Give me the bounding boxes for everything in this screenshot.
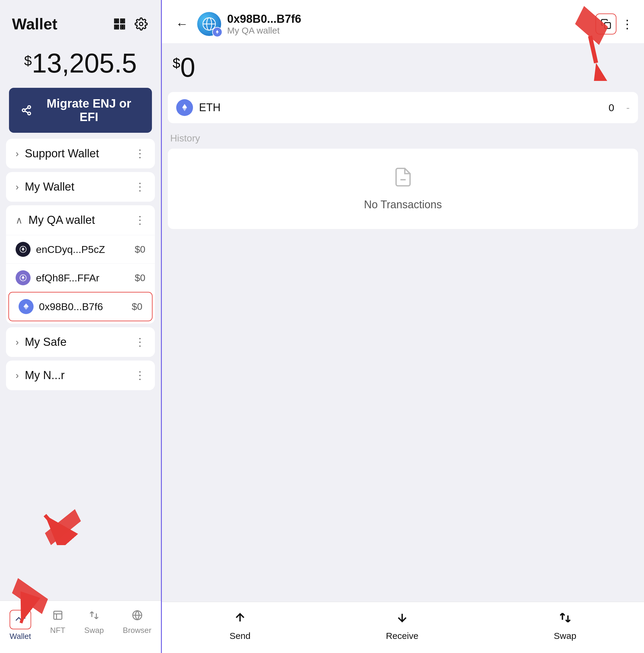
qa-wallet-group: ∧ My QA wallet ⋮ enCDyq...P5cZ <box>6 205 155 324</box>
no-transactions-text: No Transactions <box>364 198 442 211</box>
nav-wallet[interactable]: Wallet <box>4 607 37 644</box>
nav-browser[interactable]: Browser <box>117 607 157 644</box>
nav-swap[interactable]: Swap <box>78 607 110 644</box>
wallet-icon-container <box>197 12 221 36</box>
chevron-right-icon: › <box>16 148 19 159</box>
sub-wallet-item-efqh8f[interactable]: efQh8F...FFAr $0 <box>6 263 155 292</box>
page-title: Wallet <box>12 15 57 33</box>
more-options-icon[interactable]: ⋮ <box>135 181 145 193</box>
more-options-icon[interactable]: ⋮ <box>135 369 145 382</box>
svg-rect-8 <box>122 20 123 22</box>
spacer <box>162 229 644 602</box>
nav-nft[interactable]: NFT <box>44 607 71 644</box>
svg-line-15 <box>25 108 28 110</box>
migrate-button[interactable]: Migrate ENJ or EFI <box>9 88 152 133</box>
more-options-icon[interactable]: ⋮ <box>135 214 145 226</box>
balance-section: $ 13,205.5 <box>0 39 161 88</box>
token-list: ETH 0 - <box>162 92 644 123</box>
sub-wallet-item-encdyq[interactable]: enCDyq...P5cZ $0 <box>6 235 155 263</box>
header-icons <box>112 16 149 32</box>
svg-rect-6 <box>123 27 125 29</box>
eth-token-icon <box>176 99 193 116</box>
more-options-icon[interactable]: ⋮ <box>135 336 145 348</box>
chevron-right-icon: › <box>16 181 19 192</box>
eth-badge <box>212 27 222 37</box>
svg-marker-33 <box>216 30 219 32</box>
nft-nav-icon <box>52 610 63 623</box>
no-transactions-icon <box>392 167 413 192</box>
copy-address-button[interactable] <box>595 14 616 34</box>
swap-nav-icon <box>89 610 99 623</box>
swap-icon <box>558 611 572 627</box>
wallet-avatar-eth <box>19 299 33 314</box>
history-label: History <box>162 128 644 149</box>
receive-icon <box>396 611 409 627</box>
send-button[interactable]: Send <box>230 611 251 641</box>
wallet-nav-icon <box>15 613 26 626</box>
left-header: Wallet <box>0 0 161 39</box>
send-icon <box>234 611 247 627</box>
wallet-list: › Support Wallet ⋮ › My Wallet ⋮ ∧ My QA… <box>0 139 161 601</box>
my-safe-item[interactable]: › My Safe ⋮ <box>6 327 155 357</box>
wallet-address: 0x98B0...B7f6 <box>227 13 590 25</box>
svg-point-11 <box>28 106 30 108</box>
token-item-eth[interactable]: ETH 0 - <box>168 92 638 123</box>
svg-point-13 <box>28 112 30 115</box>
browser-nav-icon <box>132 610 143 623</box>
svg-line-14 <box>25 111 28 113</box>
support-wallet-item[interactable]: › Support Wallet ⋮ <box>6 139 155 168</box>
right-panel: ← 0x98B0...B7f6 My QA wallet <box>162 0 644 653</box>
receive-button[interactable]: Receive <box>386 611 418 641</box>
sub-wallet-item-0x98b0[interactable]: 0x98B0...B7f6 $0 <box>8 292 152 321</box>
my-n-item[interactable]: › My N...r ⋮ <box>6 361 155 390</box>
svg-point-12 <box>22 109 25 112</box>
wallet-avatar-dark <box>16 242 30 257</box>
right-bottom-actions: Send Receive Swap <box>162 602 644 653</box>
qa-wallet-header[interactable]: ∧ My QA wallet ⋮ <box>6 205 155 235</box>
wallet-address-info: 0x98B0...B7f6 My QA wallet <box>227 13 590 36</box>
bottom-navigation: Wallet NFT Swap <box>0 601 161 653</box>
svg-rect-3 <box>121 25 123 27</box>
empty-transactions: No Transactions <box>168 149 638 229</box>
svg-rect-5 <box>121 27 123 29</box>
svg-rect-9 <box>116 26 117 28</box>
swap-button[interactable]: Swap <box>554 611 576 641</box>
svg-point-10 <box>140 22 143 26</box>
chevron-up-icon: ∧ <box>16 215 22 226</box>
chevron-right-icon: › <box>16 370 19 381</box>
svg-rect-4 <box>123 25 125 27</box>
svg-rect-35 <box>605 23 611 29</box>
svg-rect-7 <box>116 20 117 22</box>
more-options-button[interactable]: ⋮ <box>621 17 633 31</box>
header-action-buttons: ⋮ <box>595 14 633 34</box>
chevron-right-icon: › <box>16 337 19 348</box>
svg-marker-36 <box>182 104 187 108</box>
right-balance: $ 0 <box>162 43 644 92</box>
right-header: ← 0x98B0...B7f6 My QA wallet <box>162 0 644 43</box>
total-balance: $ 13,205.5 <box>12 48 149 79</box>
settings-button[interactable] <box>133 16 149 32</box>
back-button[interactable]: ← <box>173 16 191 32</box>
more-options-icon[interactable]: ⋮ <box>135 147 145 160</box>
my-wallet-item[interactable]: › My Wallet ⋮ <box>6 172 155 202</box>
svg-rect-20 <box>54 611 62 620</box>
wallet-avatar-purple <box>16 270 30 285</box>
wallet-name: My QA wallet <box>227 25 590 36</box>
qr-code-button[interactable] <box>112 16 127 32</box>
